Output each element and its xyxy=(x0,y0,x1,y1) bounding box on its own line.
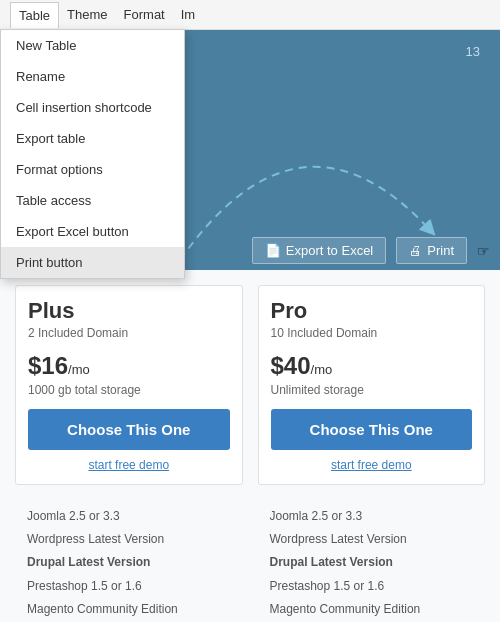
plan-storage-pro: Unlimited storage xyxy=(271,383,473,397)
plan-storage-plus: 1000 gb total storage xyxy=(28,383,230,397)
feature-plus-0: Joomla 2.5 or 3.3 xyxy=(27,505,231,528)
features-col-pro: Joomla 2.5 or 3.3 Wordpress Latest Versi… xyxy=(258,505,486,621)
dropdown-item-rename[interactable]: Rename xyxy=(1,61,184,92)
export-icon: 📄 xyxy=(265,243,281,258)
price-amount-pro: $40 xyxy=(271,352,311,379)
feature-pro-3: Prestashop 1.5 or 1.6 xyxy=(270,575,474,598)
dropdown-item-export-table[interactable]: Export table xyxy=(1,123,184,154)
dropdown-item-table-access[interactable]: Table access xyxy=(1,185,184,216)
dropdown-item-export-excel-btn[interactable]: Export Excel button xyxy=(1,216,184,247)
feature-plus-4: Magento Community Edition xyxy=(27,598,231,621)
print-label: Print xyxy=(427,243,454,258)
menu-bar: Table Theme Format Im xyxy=(0,0,500,30)
print-icon: 🖨 xyxy=(409,243,422,258)
pricing-card-pro: Pro 10 Included Domain $40/mo Unlimited … xyxy=(258,285,486,485)
dropdown-menu: New Table Rename Cell insertion shortcod… xyxy=(0,29,185,279)
plan-price-pro: $40/mo xyxy=(271,352,473,380)
feature-pro-2: Drupal Latest Version xyxy=(270,551,474,574)
plan-price-plus: $16/mo xyxy=(28,352,230,380)
free-demo-pro[interactable]: start free demo xyxy=(271,458,473,472)
features-col-plus: Joomla 2.5 or 3.3 Wordpress Latest Versi… xyxy=(15,505,243,621)
dropdown-item-format-options[interactable]: Format options xyxy=(1,154,184,185)
dropdown-item-new-table[interactable]: New Table xyxy=(1,30,184,61)
price-amount-plus: $16 xyxy=(28,352,68,379)
pricing-section: Plus 2 Included Domain $16/mo 1000 gb to… xyxy=(0,270,500,495)
feature-pro-1: Wordpress Latest Version xyxy=(270,528,474,551)
dropdown-item-print-button[interactable]: Print button xyxy=(1,247,184,278)
menu-item-theme[interactable]: Theme xyxy=(59,2,115,27)
action-bar: 📄 Export to Excel 🖨 Print ☞ xyxy=(252,231,490,270)
feature-pro-4: Magento Community Edition xyxy=(270,598,474,621)
feature-plus-1: Wordpress Latest Version xyxy=(27,528,231,551)
print-button[interactable]: 🖨 Print xyxy=(396,237,467,264)
features-section: Joomla 2.5 or 3.3 Wordpress Latest Versi… xyxy=(0,495,500,622)
feature-plus-3: Prestashop 1.5 or 1.6 xyxy=(27,575,231,598)
plan-domains-pro: 10 Included Domain xyxy=(271,326,473,340)
choose-btn-plus[interactable]: Choose This One xyxy=(28,409,230,450)
plan-domains-plus: 2 Included Domain xyxy=(28,326,230,340)
menu-item-im[interactable]: Im xyxy=(173,2,203,27)
menu-item-table[interactable]: Table xyxy=(10,2,59,28)
price-unit-plus: /mo xyxy=(68,362,90,377)
choose-btn-pro[interactable]: Choose This One xyxy=(271,409,473,450)
cursor-icon: ☞ xyxy=(477,243,490,259)
menu-item-format[interactable]: Format xyxy=(116,2,173,27)
export-excel-label: Export to Excel xyxy=(286,243,373,258)
pricing-card-plus: Plus 2 Included Domain $16/mo 1000 gb to… xyxy=(15,285,243,485)
free-demo-plus[interactable]: start free demo xyxy=(28,458,230,472)
export-excel-button[interactable]: 📄 Export to Excel xyxy=(252,237,386,264)
feature-plus-2: Drupal Latest Version xyxy=(27,551,231,574)
plan-name-plus: Plus xyxy=(28,298,230,324)
plan-name-pro: Pro xyxy=(271,298,473,324)
feature-pro-0: Joomla 2.5 or 3.3 xyxy=(270,505,474,528)
dropdown-item-cell-insertion[interactable]: Cell insertion shortcode xyxy=(1,92,184,123)
price-unit-pro: /mo xyxy=(311,362,333,377)
